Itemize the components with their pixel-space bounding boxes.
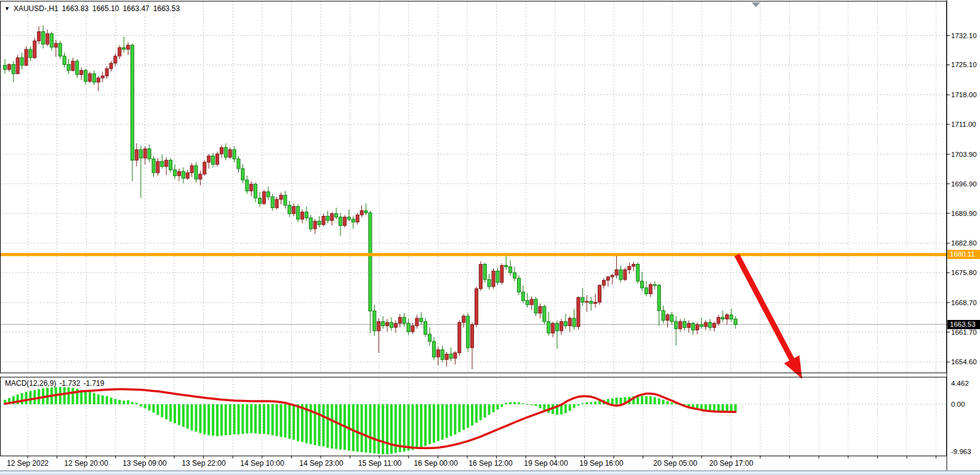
macd-tick-label: -9.963 (951, 447, 979, 456)
macd-indicator-header: MACD(12,26,9)-1.732-1.719 (5, 379, 107, 388)
price-tick-label: 1696.90 (951, 180, 979, 188)
symbol-period-label: XAUUSD-,H1 (14, 4, 58, 13)
macd-tick-label: 4.462 (951, 379, 979, 388)
price-tick-label: 1682.80 (951, 239, 979, 247)
time-tick-label: 16 Sep 12:00 (468, 459, 512, 468)
time-tick-label: 13 Sep 09:00 (122, 459, 166, 468)
panel-borders (0, 0, 980, 471)
candles-layer (4, 25, 737, 369)
symbol-collapse-triangle-icon[interactable]: ▼ (4, 6, 10, 12)
horizontal-line-price-badge: 1680.11 (947, 250, 980, 259)
price-tick-label: 1661.70 (951, 328, 979, 337)
price-tick-label: 1711.00 (951, 120, 979, 129)
time-tick-label: 13 Sep 22:00 (182, 459, 225, 468)
trading-terminal-chart-window: { "header": { "dropdown_icon": "chart-sy… (0, 0, 980, 475)
macd-signal-value: -1.719 (83, 379, 104, 388)
price-tick-label: 1689.90 (951, 209, 979, 218)
time-tick-label: 14 Sep 23:00 (299, 459, 343, 468)
scroll-position-marker-icon[interactable] (752, 2, 760, 7)
time-tick-label: 16 Sep 00:00 (414, 459, 457, 468)
price-tick-label: 1654.60 (951, 357, 979, 366)
trend-down-arrow[interactable] (737, 255, 802, 378)
window-bottom-strip (0, 471, 980, 475)
price-tick-label: 1718.00 (951, 90, 979, 99)
macd-label: MACD(12,26,9) (5, 379, 56, 388)
price-tick-label: 1732.10 (951, 31, 979, 40)
time-tick-label: 19 Sep 16:00 (579, 459, 623, 468)
macd-tick-label: 0.00 (951, 400, 979, 409)
low-value: 1663.47 (122, 4, 149, 13)
time-tick-label: 15 Sep 11:00 (358, 459, 402, 468)
price-tick-label: 1668.70 (951, 298, 979, 307)
open-value: 1663.83 (62, 4, 89, 13)
close-value: 1663.53 (153, 4, 180, 13)
current-bid-price-badge: 1663.53 (947, 320, 980, 329)
time-tick-label: 12 Sep 2022 (7, 459, 49, 468)
price-tick-label: 1703.90 (951, 150, 979, 159)
chart-ohlc-header: ▼XAUUSD-,H11663.831665.101663.471663.53 (4, 4, 183, 13)
time-tick-label: 20 Sep 05:00 (653, 459, 697, 468)
time-tick-label: 14 Sep 10:00 (240, 459, 284, 468)
chart-canvas[interactable] (0, 0, 980, 475)
chart-plot-area[interactable] (0, 0, 980, 475)
price-tick-label: 1725.10 (951, 60, 979, 69)
time-tick-label: 20 Sep 17:00 (709, 459, 753, 468)
time-tick-label: 12 Sep 20:00 (64, 459, 108, 468)
high-value: 1665.10 (92, 4, 119, 13)
macd-histogram (4, 387, 737, 455)
price-tick-label: 1675.80 (951, 268, 979, 277)
time-tick-label: 19 Sep 04:00 (524, 459, 568, 468)
macd-main-value: -1.732 (59, 379, 80, 388)
grid-vertical (28, 1, 936, 458)
grid-horizontal (0, 36, 950, 405)
